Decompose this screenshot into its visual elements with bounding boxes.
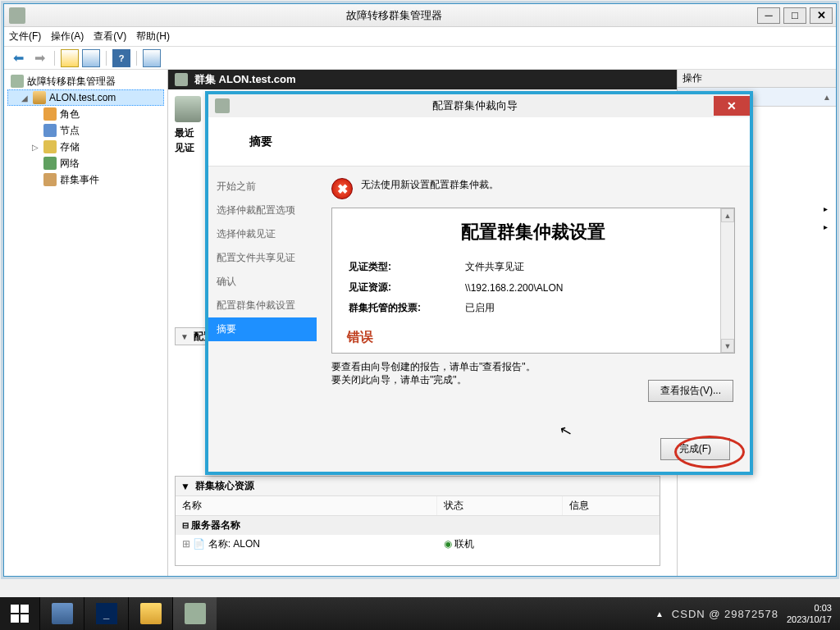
col-info[interactable]: 信息 [563, 496, 660, 516]
tree-nodes[interactable]: 节点 [7, 122, 164, 139]
scrollbar[interactable]: ▲ ▼ [720, 208, 734, 353]
roles-icon [43, 107, 57, 121]
tree-networks[interactable]: 网络 [7, 155, 164, 171]
collapse-caret-icon[interactable]: ▼ [180, 481, 190, 492]
scroll-up-icon[interactable]: ▲ [721, 208, 734, 222]
system-tray: ▲ CSDN @ 29872578 0:03 2023/10/17 [655, 602, 840, 625]
taskbar-powershell[interactable]: _ [84, 597, 128, 630]
nav-step-confirm[interactable]: 确认 [208, 270, 317, 294]
nav-step-summary[interactable]: 摘要 [208, 317, 317, 341]
collapse-caret-icon: ▼ [180, 332, 189, 341]
taskbar-server-manager[interactable] [39, 597, 84, 630]
actions-header: 操作 [678, 70, 836, 88]
server-manager-icon [52, 603, 73, 624]
cluster-manager-icon [11, 75, 24, 88]
window-title: 故障转移群集管理器 [30, 8, 757, 23]
menu-view[interactable]: 查看(V) [94, 30, 126, 43]
tree-roles[interactable]: 角色 [7, 106, 164, 122]
error-divider [347, 353, 719, 354]
wizard-content: ✖ 无法使用新设置配置群集仲裁。 配置群集仲裁设置 见证类型:文件共享见证 见证… [317, 167, 750, 472]
watermark-text: CSDN @ 29872578 [672, 608, 778, 620]
col-name[interactable]: 名称 [176, 496, 437, 516]
expand-icon[interactable]: ▷ [32, 143, 40, 152]
cluster-header-icon [175, 73, 188, 86]
menu-action[interactable]: 操作(A) [51, 30, 84, 43]
cluster-large-icon [175, 96, 201, 122]
nav-step-select-witness[interactable]: 选择仲裁见证 [208, 222, 317, 246]
report-error-heading: 错误 [347, 329, 719, 346]
menu-file[interactable]: 文件(F) [9, 30, 41, 43]
finish-button[interactable]: 完成(F) [660, 438, 730, 460]
toolbar-icon-2[interactable] [82, 49, 100, 67]
cluster-manager-icon [185, 603, 206, 624]
toolbar-icon-3[interactable] [143, 49, 161, 67]
close-button[interactable]: ✕ [810, 7, 833, 24]
toolbar-icon-1[interactable] [61, 49, 79, 67]
windows-logo-icon [11, 605, 29, 623]
toolbar: ⬅ ➡ ? [4, 47, 836, 70]
wizard-close-button[interactable]: ✕ [714, 96, 750, 116]
maximize-button[interactable]: □ [783, 7, 806, 24]
nodes-icon [43, 124, 57, 137]
events-icon [43, 173, 57, 186]
taskbar-explorer[interactable] [128, 597, 172, 630]
tree-events[interactable]: 群集事件 [7, 171, 164, 188]
nav-step-before[interactable]: 开始之前 [208, 175, 317, 199]
wizard-icon [215, 98, 230, 113]
scroll-down-icon[interactable]: ▼ [721, 339, 734, 353]
wizard-banner: 摘要 [208, 117, 750, 167]
titlebar: 故障转移群集管理器 ─ □ ✕ [4, 4, 836, 27]
minimize-button[interactable]: ─ [757, 7, 780, 24]
tree-root[interactable]: 故障转移群集管理器 [7, 73, 164, 89]
server-icon [33, 91, 46, 104]
network-icon [43, 157, 57, 170]
wizard-nav: 开始之前 选择仲裁配置选项 选择仲裁见证 配置文件共享见证 确认 配置群集仲裁设… [208, 167, 317, 472]
forward-button: ➡ [30, 49, 48, 67]
core-resources-section: ▼ 群集核心资源 名称 状态 信息 ⊟ 服务器名称 ⊞ 📄 名称: ALON ◉… [175, 476, 660, 566]
collapse-icon[interactable]: ◢ [21, 94, 30, 103]
menubar: 文件(F) 操作(A) 查看(V) 帮助(H) [4, 27, 836, 47]
tree-storage[interactable]: ▷ 存储 [7, 139, 164, 155]
col-status[interactable]: 状态 [437, 496, 563, 516]
storage-icon [43, 140, 57, 153]
nav-step-config-quorum[interactable]: 配置群集仲裁设置 [208, 294, 317, 317]
report-heading: 配置群集仲裁设置 [347, 220, 719, 244]
powershell-icon: _ [96, 603, 117, 624]
taskbar-cluster-manager[interactable] [172, 597, 217, 630]
quorum-wizard-dialog: 配置群集仲裁向导 ✕ 摘要 开始之前 选择仲裁配置选项 选择仲裁见证 配置文件共… [205, 91, 753, 475]
taskbar: _ ▲ CSDN @ 29872578 0:03 2023/10/17 [0, 597, 840, 630]
view-report-button[interactable]: 查看报告(V)... [648, 380, 733, 402]
core-resources-table: 名称 状态 信息 ⊟ 服务器名称 ⊞ 📄 名称: ALON ◉ 联机 [176, 496, 660, 554]
error-message: 无法使用新设置配置群集仲裁。 [361, 178, 499, 192]
back-button[interactable]: ⬅ [9, 49, 27, 67]
file-explorer-icon [140, 603, 162, 624]
tree-cluster[interactable]: ◢ ALON.test.com [7, 89, 164, 106]
tree-panel: 故障转移群集管理器 ◢ ALON.test.com 角色 节点 ▷ 存储 [4, 70, 168, 576]
report-box: 配置群集仲裁设置 见证类型:文件共享见证 见证资源:\\192.168.2.20… [331, 208, 735, 354]
error-icon: ✖ [331, 178, 353, 199]
clock[interactable]: 0:03 2023/10/17 [787, 602, 832, 625]
table-row[interactable]: ⊞ 📄 名称: ALON ◉ 联机 [176, 535, 660, 554]
menu-help[interactable]: 帮助(H) [136, 30, 170, 43]
nav-step-select-option[interactable]: 选择仲裁配置选项 [208, 199, 317, 222]
center-header: 群集 ALON.test.com [168, 70, 677, 89]
nav-step-config-share[interactable]: 配置文件共享见证 [208, 246, 317, 270]
help-icon[interactable]: ? [112, 49, 130, 67]
tray-up-icon[interactable]: ▲ [655, 609, 664, 619]
app-icon [9, 7, 25, 24]
wizard-titlebar: 配置群集仲裁向导 ✕ [208, 94, 750, 117]
start-button[interactable] [0, 597, 39, 630]
